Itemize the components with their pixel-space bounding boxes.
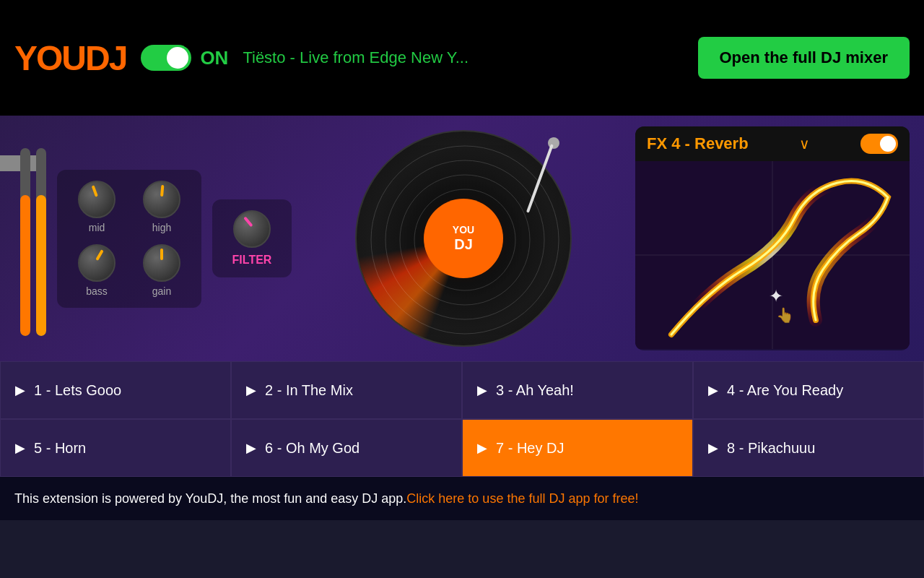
toggle-knob	[167, 47, 188, 69]
track-item-4[interactable]: ▶ 4 - Are You Ready	[693, 361, 924, 419]
track-play-icon-5: ▶	[15, 440, 25, 456]
filter-label: FILTER	[232, 254, 272, 267]
fx-dropdown-icon[interactable]: ∨	[799, 135, 810, 152]
track-play-icon-7: ▶	[477, 440, 487, 456]
record-label: YOU DJ	[424, 199, 503, 278]
fx-toggle[interactable]	[860, 134, 898, 154]
knob-high[interactable]	[143, 181, 180, 218]
svg-text:✦: ✦	[769, 286, 783, 306]
track-item-1[interactable]: ▶ 1 - Lets Gooo	[0, 361, 231, 419]
knob-high-group: high	[136, 181, 187, 233]
record-logo-you: YOU	[453, 224, 474, 236]
track-item-2[interactable]: ▶ 2 - In The Mix	[231, 361, 462, 419]
power-toggle[interactable]	[141, 45, 191, 71]
knob-mid-group: mid	[71, 181, 122, 233]
footer-static-text: This extension is powered by YouDJ, the …	[14, 491, 406, 506]
knob-mid[interactable]	[78, 181, 116, 218]
now-playing-text: Tiësto - Live from Edge New Y...	[243, 48, 683, 67]
tonearm	[496, 134, 561, 220]
fx-header: FX 4 - Reverb ∨	[635, 126, 910, 161]
fader-fill-right	[36, 195, 46, 336]
knob-gain-label: gain	[152, 285, 171, 297]
header: YOUDJ ON Tiësto - Live from Edge New Y..…	[0, 0, 924, 116]
on-label: ON	[200, 47, 228, 69]
logo: YOUDJ	[14, 38, 126, 78]
knob-bass-group: bass	[71, 244, 122, 297]
track-item-3[interactable]: ▶ 3 - Ah Yeah!	[462, 361, 693, 419]
track-name-4: 4 - Are You Ready	[727, 382, 843, 399]
turntable-section: YOU DJ	[302, 126, 624, 350]
track-play-icon-6: ▶	[246, 440, 256, 456]
record-logo: YOU DJ	[453, 224, 474, 254]
track-name-2: 2 - In The Mix	[265, 382, 353, 399]
track-item-5[interactable]: ▶ 5 - Horn	[0, 419, 231, 477]
open-full-mixer-button[interactable]: Open the full DJ mixer	[698, 37, 910, 79]
track-play-icon-3: ▶	[477, 382, 487, 398]
tonearm-arm	[526, 144, 554, 212]
fx-visual: ✦ 👆	[635, 161, 910, 349]
toggle-area: ON	[141, 45, 228, 71]
knob-filter[interactable]	[233, 210, 271, 248]
track-play-icon-2: ▶	[246, 382, 256, 398]
track-name-5: 5 - Horn	[34, 440, 86, 457]
track-item-7[interactable]: ▶ 7 - Hey DJ	[462, 419, 693, 477]
fx-title: FX 4 - Reverb	[647, 134, 749, 153]
track-item-8[interactable]: ▶ 8 - Pikachuuu	[693, 419, 924, 477]
knobs-section: mid high bass gain	[57, 170, 201, 308]
knob-mid-label: mid	[89, 222, 105, 233]
mixer-section: mid high bass gain FILTER	[0, 116, 924, 361]
fader-track-right[interactable]	[36, 148, 46, 336]
logo-you: YOU	[14, 39, 85, 77]
record-logo-dj: DJ	[453, 236, 474, 253]
knob-bass[interactable]	[78, 244, 116, 282]
knob-bass-label: bass	[86, 285, 108, 297]
track-name-6: 6 - Oh My God	[265, 440, 359, 457]
tracklist: ▶ 1 - Lets Gooo ▶ 2 - In The Mix ▶ 3 - A…	[0, 361, 924, 477]
knob-gain-group: gain	[136, 244, 187, 297]
fx-toggle-knob	[880, 136, 896, 152]
track-row-2: ▶ 5 - Horn ▶ 6 - Oh My God ▶ 7 - Hey DJ …	[0, 419, 924, 477]
logo-dj: DJ	[85, 39, 126, 77]
knob-high-label: high	[152, 222, 171, 233]
knob-gain[interactable]	[143, 244, 180, 282]
footer-cta-link[interactable]: Click here to use the full DJ app for fr…	[406, 491, 638, 506]
fx-display[interactable]: ✦ 👆	[635, 161, 910, 349]
track-name-3: 3 - Ah Yeah!	[496, 382, 574, 399]
fader-section	[14, 134, 46, 343]
filter-section: FILTER	[212, 199, 292, 277]
track-name-8: 8 - Pikachuuu	[727, 440, 815, 457]
track-play-icon-8: ▶	[708, 440, 718, 456]
fader-track-left[interactable]	[20, 148, 30, 336]
track-name-1: 1 - Lets Gooo	[34, 382, 121, 399]
track-name-7: 7 - Hey DJ	[496, 440, 564, 457]
fx-panel: FX 4 - Reverb ∨	[635, 126, 910, 350]
track-play-icon-1: ▶	[15, 382, 25, 398]
turntable[interactable]: YOU DJ	[352, 126, 575, 350]
track-item-6[interactable]: ▶ 6 - Oh My God	[231, 419, 462, 477]
svg-text:👆: 👆	[776, 306, 794, 324]
track-play-icon-4: ▶	[708, 382, 718, 398]
footer: This extension is powered by YouDJ, the …	[0, 477, 924, 520]
fader-fill-left	[20, 195, 30, 336]
track-row-1: ▶ 1 - Lets Gooo ▶ 2 - In The Mix ▶ 3 - A…	[0, 361, 924, 419]
